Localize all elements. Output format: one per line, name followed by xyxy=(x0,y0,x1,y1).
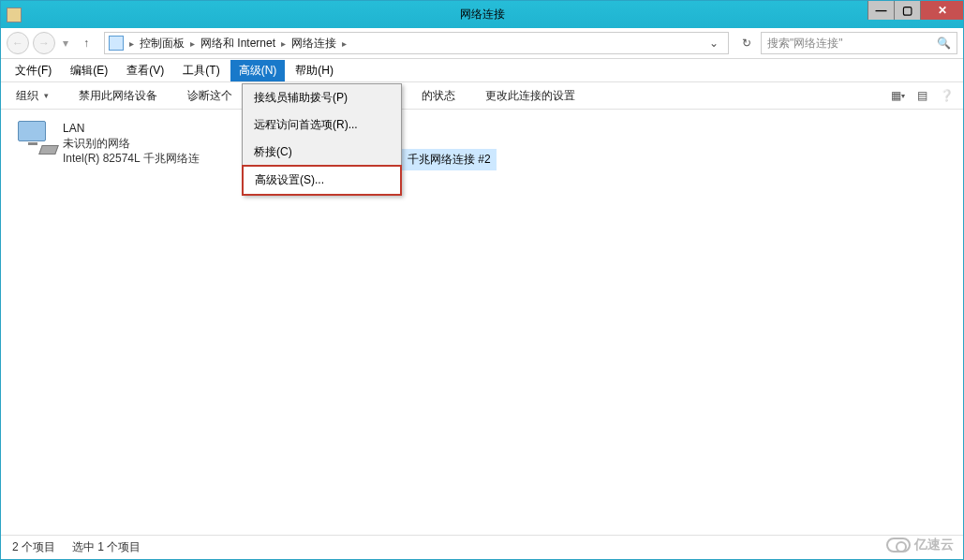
toolbar-right-group: ▦▾ ▤ ❔ xyxy=(890,88,954,103)
toolbar-status-fragment[interactable]: 的状态 xyxy=(416,86,461,106)
menu-tools[interactable]: 工具(T) xyxy=(174,60,228,81)
connection-device: Intel(R) 82574L 千兆网络连 xyxy=(63,151,200,166)
menubar: 文件(F) 编辑(E) 查看(V) 工具(T) 高级(N) 帮助(H) xyxy=(1,59,963,81)
maximize-button[interactable]: ▢ xyxy=(894,1,920,20)
menu-item-bridge[interactable]: 桥接(C) xyxy=(243,139,401,166)
history-dropdown-icon[interactable]: ▾ xyxy=(59,37,72,50)
statusbar-item-count: 2 个项目 xyxy=(12,539,55,555)
titlebar-buttons: — ▢ ✕ xyxy=(868,1,963,20)
titlebar: 网络连接 — ▢ ✕ xyxy=(1,1,963,28)
toolbar-disable-device[interactable]: 禁用此网络设备 xyxy=(73,86,163,106)
app-icon xyxy=(7,7,22,22)
connection-status: 未识别的网络 xyxy=(63,136,200,151)
refresh-button[interactable]: ↻ xyxy=(736,33,757,53)
statusbar: 2 个项目 选中 1 个项目 xyxy=(1,535,963,559)
menu-item-operator-dial[interactable]: 接线员辅助拨号(P) xyxy=(243,84,401,111)
back-button[interactable]: ← xyxy=(7,32,29,54)
close-button[interactable]: ✕ xyxy=(920,1,963,20)
chevron-right-icon[interactable]: ▸ xyxy=(340,38,349,49)
address-dropdown-icon[interactable]: ⌄ xyxy=(704,33,724,53)
details-pane-icon[interactable]: ▤ xyxy=(914,88,929,103)
menu-advanced[interactable]: 高级(N) xyxy=(230,60,286,81)
connection-item-lan[interactable]: LAN 未识别的网络 Intel(R) 82574L 千兆网络连 xyxy=(12,117,228,170)
location-icon xyxy=(109,36,124,51)
toolbar-diagnose[interactable]: 诊断这个 xyxy=(182,86,238,106)
statusbar-selected-count: 选中 1 个项目 xyxy=(72,539,141,555)
breadcrumb-control-panel[interactable]: 控制面板 xyxy=(138,36,186,52)
connection-item-ethernet-fragment[interactable]: 千兆网络连接 #2 xyxy=(402,149,497,170)
chevron-right-icon[interactable]: ▸ xyxy=(279,38,288,49)
menu-view[interactable]: 查看(V) xyxy=(118,60,172,81)
navigation-bar: ← → ▾ ↑ ▸ 控制面板 ▸ 网络和 Internet ▸ 网络连接 ▸ ⌄… xyxy=(1,28,963,59)
toolbar-organize[interactable]: 组织 xyxy=(10,86,54,106)
breadcrumb-network-internet[interactable]: 网络和 Internet xyxy=(199,36,277,52)
address-bar[interactable]: ▸ 控制面板 ▸ 网络和 Internet ▸ 网络连接 ▸ ⌄ xyxy=(104,32,729,54)
watermark: 亿速云 xyxy=(886,537,954,553)
search-input[interactable]: 搜索"网络连接" 🔍 xyxy=(761,32,957,54)
window-title: 网络连接 xyxy=(460,7,505,22)
advanced-menu-dropdown: 接线员辅助拨号(P) 远程访问首选项(R)... 桥接(C) 高级设置(S)..… xyxy=(242,83,402,196)
connection-text: LAN 未识别的网络 Intel(R) 82574L 千兆网络连 xyxy=(63,121,200,167)
content-area[interactable]: LAN 未识别的网络 Intel(R) 82574L 千兆网络连 千兆网络连接 … xyxy=(1,110,963,535)
menu-item-remote-prefs[interactable]: 远程访问首选项(R)... xyxy=(243,111,401,139)
help-icon[interactable]: ❔ xyxy=(939,88,954,103)
chevron-right-icon[interactable]: ▸ xyxy=(188,38,197,49)
network-connections-window: 网络连接 — ▢ ✕ ← → ▾ ↑ ▸ 控制面板 ▸ 网络和 Internet… xyxy=(0,0,964,560)
forward-button[interactable]: → xyxy=(33,32,55,54)
search-icon: 🔍 xyxy=(937,37,951,50)
view-options-icon[interactable]: ▦▾ xyxy=(890,88,905,103)
toolbar-change-settings[interactable]: 更改此连接的设置 xyxy=(480,86,581,106)
network-adapter-icon xyxy=(16,121,57,155)
menu-file[interactable]: 文件(F) xyxy=(7,60,60,81)
up-button[interactable]: ↑ xyxy=(76,33,96,53)
watermark-text: 亿速云 xyxy=(914,537,954,553)
menu-item-advanced-settings[interactable]: 高级设置(S)... xyxy=(242,165,402,196)
connection-title: LAN xyxy=(63,121,200,136)
menu-help[interactable]: 帮助(H) xyxy=(287,60,342,81)
watermark-logo-icon xyxy=(886,538,911,553)
minimize-button[interactable]: — xyxy=(868,1,894,20)
breadcrumb: ▸ 控制面板 ▸ 网络和 Internet ▸ 网络连接 ▸ xyxy=(127,36,349,52)
menu-edit[interactable]: 编辑(E) xyxy=(62,60,116,81)
chevron-right-icon[interactable]: ▸ xyxy=(127,38,136,49)
command-toolbar: 组织 禁用此网络设备 诊断这个 的状态 更改此连接的设置 ▦▾ ▤ ❔ xyxy=(1,81,963,110)
breadcrumb-network-connections[interactable]: 网络连接 xyxy=(289,36,338,52)
search-placeholder: 搜索"网络连接" xyxy=(767,36,843,52)
